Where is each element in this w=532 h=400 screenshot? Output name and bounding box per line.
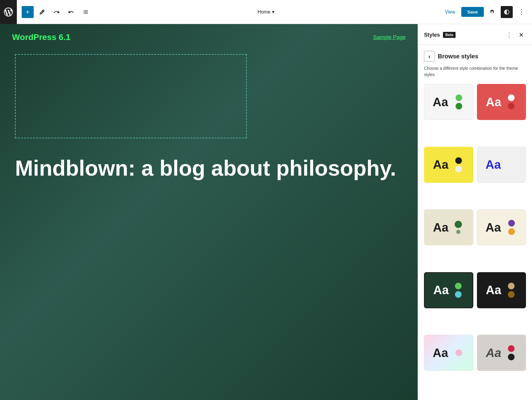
style-dots [508, 345, 515, 360]
style-aa-label: Aa [433, 221, 448, 234]
browse-title: Browse styles [438, 53, 478, 60]
panel-header-actions: ⋮ ✕ [504, 30, 526, 40]
style-aa-label: Aa [486, 95, 501, 109]
style-card-beige[interactable]: Aa [424, 209, 473, 245]
site-title: WordPress 6.1 [12, 32, 70, 42]
canvas-header: WordPress 6.1 Sample Page [0, 24, 418, 48]
style-dots [455, 157, 462, 172]
toolbar-right: View Save ⋮ [441, 6, 527, 18]
more-menu-button[interactable]: ⋮ [515, 6, 527, 18]
save-button[interactable]: Save [461, 7, 484, 17]
panel-more-icon: ⋮ [506, 31, 512, 38]
style-dots [456, 349, 462, 356]
back-button[interactable]: ‹ [424, 51, 435, 62]
nav-link: Sample Page [373, 34, 406, 41]
style-aa-label: Aa [433, 283, 449, 297]
style-aa-label: Aa [486, 158, 501, 171]
dot-bottom [455, 166, 462, 172]
style-aa-label: Aa [433, 158, 448, 171]
dot-bottom [508, 291, 515, 298]
style-card-black[interactable]: Aa [477, 272, 526, 308]
style-aa-label: Aa [486, 346, 501, 360]
back-icon: ‹ [428, 53, 431, 60]
beta-badge: Beta [443, 32, 456, 38]
settings-icon [489, 9, 495, 15]
dot-top [455, 157, 462, 164]
style-dots [455, 283, 462, 298]
style-aa-label: Aa [433, 346, 448, 360]
style-dots [508, 283, 515, 298]
style-card-default[interactable]: Aa [424, 84, 473, 120]
style-aa-label: Aa [486, 221, 501, 234]
more-dots-icon: ⋮ [518, 8, 524, 16]
panel-title: Styles [424, 32, 440, 38]
style-card-pastel[interactable]: Aa [424, 335, 473, 371]
style-dots [508, 220, 515, 235]
style-grid: Aa Aa Aa [418, 84, 532, 400]
browse-header: ‹ Browse styles [424, 51, 526, 62]
pen-icon [39, 9, 45, 15]
dot-top [456, 94, 462, 101]
style-dots [455, 221, 462, 234]
style-card-cream[interactable]: Aa [477, 209, 526, 245]
dot-top [508, 345, 515, 352]
image-placeholder[interactable] [15, 54, 247, 138]
close-icon: ✕ [519, 31, 524, 38]
panel-close-button[interactable]: ✕ [516, 30, 526, 40]
toolbar: + Home ▾ View Save ⋮ [0, 0, 532, 24]
redo-button[interactable] [65, 6, 77, 18]
add-block-button[interactable]: + [22, 6, 34, 18]
edit-pen-button[interactable] [36, 6, 48, 18]
dot-bottom [508, 228, 515, 235]
browse-description: Choose a different style combination for… [424, 65, 526, 78]
dot-bottom [508, 354, 515, 360]
main-area: WordPress 6.1 Sample Page Mindblown: a b… [0, 24, 532, 400]
canvas: WordPress 6.1 Sample Page Mindblown: a b… [0, 24, 418, 400]
panel-more-button[interactable]: ⋮ [504, 30, 514, 40]
dot-top [455, 221, 462, 228]
style-card-gray[interactable]: Aa [477, 335, 526, 371]
browse-section: ‹ Browse styles Choose a different style… [418, 45, 532, 84]
page-selector[interactable]: Home ▾ [258, 9, 275, 15]
page-label: Home [258, 9, 271, 15]
settings-button[interactable] [486, 6, 498, 18]
redo-icon [68, 9, 74, 15]
dot-bottom [456, 230, 460, 234]
style-card-dark-green[interactable]: Aa [424, 272, 473, 308]
dot-bottom [456, 103, 462, 109]
dot-top [508, 94, 515, 101]
canvas-content: WordPress 6.1 Sample Page Mindblown: a b… [0, 24, 418, 180]
list-view-button[interactable] [79, 6, 91, 18]
dot-bottom [455, 291, 462, 298]
styles-panel: Styles Beta ⋮ ✕ ‹ Browse styles Choose a… [418, 24, 532, 400]
dot-top [456, 349, 462, 356]
style-card-red[interactable]: Aa [477, 84, 526, 120]
style-dots [508, 94, 515, 109]
view-button[interactable]: View [441, 7, 459, 17]
undo-button[interactable] [51, 6, 63, 18]
wordpress-icon [3, 7, 14, 17]
style-card-yellow[interactable]: Aa [424, 147, 473, 183]
style-dots [456, 94, 462, 109]
dot-top [508, 220, 515, 226]
panel-header: Styles Beta ⋮ ✕ [418, 24, 532, 45]
list-view-icon [82, 9, 88, 15]
undo-icon [54, 9, 60, 15]
dropdown-icon: ▾ [272, 9, 274, 15]
dot-bottom [508, 103, 515, 109]
dot-top [455, 283, 462, 289]
wp-logo [0, 0, 17, 24]
style-card-blue-text[interactable]: Aa [477, 147, 526, 183]
style-aa-label: Aa [433, 95, 448, 109]
contrast-icon [504, 9, 510, 15]
blog-title: Mindblown: a blog about philosophy. [0, 144, 418, 180]
style-aa-label: Aa [486, 283, 501, 297]
contrast-button[interactable] [501, 6, 513, 18]
dot-top [508, 283, 515, 289]
